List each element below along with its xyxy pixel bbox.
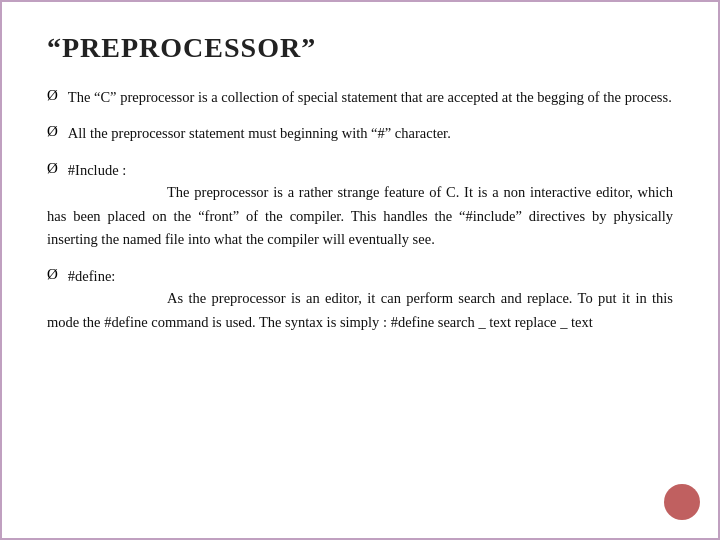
bullet-paragraph-4: As the preprocessor is an editor, it can…: [47, 287, 673, 333]
bullet-symbol-3: Ø: [47, 160, 58, 177]
bullet-paragraph-3: The preprocessor is a rather strange fea…: [47, 181, 673, 251]
bullet-label-4: #define:: [68, 265, 116, 287]
bullet-symbol-1: Ø: [47, 87, 58, 104]
bullet-text-1: The “C” preprocessor is a collection of …: [68, 86, 672, 108]
bullet-item-3: Ø #Include : The preprocessor is a rathe…: [47, 159, 673, 251]
bullet-symbol-4: Ø: [47, 266, 58, 283]
bullet-symbol-2: Ø: [47, 123, 58, 140]
bullet-label-3: #Include :: [68, 159, 126, 181]
bullet-item-4: Ø #define: As the preprocessor is an edi…: [47, 265, 673, 334]
bullet-text-2: All the preprocessor statement must begi…: [68, 122, 451, 144]
bullet-item-2: Ø All the preprocessor statement must be…: [47, 122, 673, 144]
bullet-item-1: Ø The “C” preprocessor is a collection o…: [47, 86, 673, 108]
corner-decoration: [664, 484, 700, 520]
slide-title: “Preprocessor”: [47, 32, 673, 64]
slide-container: “Preprocessor” Ø The “C” preprocessor is…: [0, 0, 720, 540]
